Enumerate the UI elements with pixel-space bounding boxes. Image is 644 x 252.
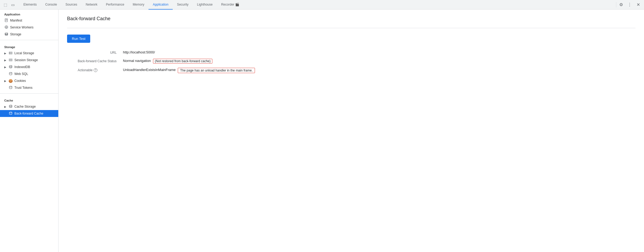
tab-network[interactable]: Network bbox=[81, 0, 102, 10]
cache-storage-chevron: ▶ bbox=[4, 105, 6, 108]
tab-elements[interactable]: Elements bbox=[19, 0, 41, 10]
tab-memory[interactable]: Memory bbox=[129, 0, 148, 10]
url-label: URL bbox=[78, 50, 117, 54]
bfc-status-text: Normal navigation bbox=[123, 59, 151, 63]
trust-tokens-label: Trust Tokens bbox=[14, 86, 32, 90]
cursor-icon[interactable]: ⬚ bbox=[2, 2, 9, 8]
tab-lighthouse[interactable]: Lighthouse bbox=[193, 0, 217, 10]
unload-handler-text: UnloadHandlerExistsInMainFrame bbox=[123, 68, 176, 72]
sidebar-item-service-workers[interactable]: Service Workers bbox=[0, 24, 58, 31]
indexeddb-label: IndexedDB bbox=[14, 65, 30, 69]
sidebar-item-manifest[interactable]: Manifest bbox=[0, 17, 58, 24]
local-storage-label: Local Storage bbox=[14, 51, 34, 55]
settings-icon[interactable]: ⚙ bbox=[617, 1, 625, 9]
cookies-chevron: ▶ bbox=[4, 79, 6, 82]
application-section-label: Application bbox=[0, 10, 58, 17]
svg-point-17 bbox=[9, 65, 12, 66]
svg-point-20 bbox=[9, 105, 12, 106]
tab-console[interactable]: Console bbox=[41, 0, 61, 10]
svg-rect-16 bbox=[9, 60, 12, 61]
close-icon[interactable]: ✕ bbox=[634, 1, 642, 9]
sidebar-item-web-sql[interactable]: Web SQL bbox=[0, 70, 58, 77]
tab-application[interactable]: Application bbox=[148, 0, 173, 10]
help-icon[interactable]: ? bbox=[94, 68, 97, 72]
content-area: Back-forward Cache Run Test URL http://l… bbox=[59, 10, 644, 252]
trust-tokens-icon bbox=[9, 86, 13, 90]
sidebar-item-cache-storage[interactable]: ▶ Cache Storage bbox=[0, 103, 58, 110]
sidebar-item-cookies[interactable]: ▶ 🍪 Cookies bbox=[0, 77, 58, 84]
device-icon[interactable]: ▭ bbox=[10, 2, 16, 8]
local-storage-chevron: ▶ bbox=[4, 52, 6, 55]
bfc-status-badge: (Not restored from back-forward cache) bbox=[153, 59, 212, 64]
web-sql-label: Web SQL bbox=[14, 72, 28, 76]
sidebar: Application Manifest bbox=[0, 10, 59, 252]
tab-performance[interactable]: Performance bbox=[102, 0, 129, 10]
svg-point-21 bbox=[9, 112, 12, 113]
unload-description-badge: The page has an unload handler in the ma… bbox=[178, 68, 255, 73]
tab-bar-right: ⚙ ⋮ ✕ bbox=[617, 1, 642, 9]
url-text: http://localhost:5000/ bbox=[123, 50, 155, 54]
sidebar-item-trust-tokens[interactable]: Trust Tokens bbox=[0, 84, 58, 91]
service-workers-label: Service Workers bbox=[10, 26, 34, 29]
more-icon[interactable]: ⋮ bbox=[626, 1, 633, 9]
local-storage-icon bbox=[9, 51, 13, 55]
tabs-container: Elements Console Sources Network Perform… bbox=[19, 0, 615, 10]
service-workers-icon bbox=[4, 25, 9, 30]
sidebar-item-back-forward-cache[interactable]: Back-forward Cache bbox=[0, 110, 58, 117]
run-test-button[interactable]: Run Test bbox=[67, 35, 90, 43]
cookies-label: Cookies bbox=[14, 79, 26, 83]
session-storage-chevron: ▶ bbox=[4, 59, 6, 62]
back-forward-cache-label: Back-forward Cache bbox=[14, 112, 43, 115]
info-grid: URL http://localhost:5000/ Back-forward … bbox=[78, 50, 635, 73]
content-divider bbox=[67, 28, 635, 28]
svg-rect-15 bbox=[9, 59, 12, 60]
devtools-icons: ⬚ ▭ bbox=[2, 2, 19, 8]
web-sql-icon bbox=[9, 72, 13, 76]
tab-security[interactable]: Security bbox=[173, 0, 193, 10]
tab-separator bbox=[616, 2, 616, 7]
storage-app-icon bbox=[4, 32, 9, 37]
tab-bar: ⬚ ▭ Elements Console Sources Network Per… bbox=[0, 0, 644, 10]
storage-app-label: Storage bbox=[10, 32, 21, 36]
main-layout: Application Manifest bbox=[0, 10, 644, 252]
manifest-label: Manifest bbox=[10, 19, 22, 22]
svg-point-18 bbox=[9, 72, 12, 73]
divider-2 bbox=[0, 93, 58, 94]
svg-point-5 bbox=[6, 27, 7, 28]
actionable-value: UnloadHandlerExistsInMainFrame The page … bbox=[123, 68, 635, 73]
manifest-icon bbox=[4, 18, 9, 23]
page-title: Back-forward Cache bbox=[67, 16, 635, 22]
cookies-icon: 🍪 bbox=[9, 79, 13, 83]
actionable-text: Actionable bbox=[78, 68, 93, 72]
storage-section-label: Storage bbox=[0, 42, 58, 50]
svg-point-10 bbox=[5, 33, 8, 34]
session-storage-label: Session Storage bbox=[14, 58, 38, 62]
cache-section-label: Cache bbox=[0, 96, 58, 103]
tab-sources[interactable]: Sources bbox=[61, 0, 81, 10]
session-storage-icon bbox=[9, 58, 13, 62]
actionable-label-cell: Actionable ? bbox=[78, 68, 117, 72]
actionable-label-wrapper: Actionable ? bbox=[78, 68, 117, 72]
indexeddb-chevron: ▶ bbox=[4, 66, 6, 69]
bfc-status-label: Back-forward Cache Status bbox=[78, 59, 117, 63]
indexeddb-icon bbox=[9, 65, 13, 69]
sidebar-item-session-storage[interactable]: ▶ Session Storage bbox=[0, 57, 58, 64]
cache-storage-icon bbox=[9, 104, 13, 109]
svg-point-19 bbox=[9, 86, 12, 87]
sidebar-item-indexeddb[interactable]: ▶ IndexedDB bbox=[0, 64, 58, 70]
tab-recorder[interactable]: Recorder 🎬 bbox=[217, 0, 243, 10]
divider-1 bbox=[0, 40, 58, 40]
sidebar-item-storage-app[interactable]: Storage bbox=[0, 31, 58, 38]
url-value: http://localhost:5000/ bbox=[123, 50, 635, 54]
sidebar-item-local-storage[interactable]: ▶ Local Storage bbox=[0, 50, 58, 57]
back-forward-cache-icon bbox=[9, 111, 13, 116]
bfc-status-value: Normal navigation (Not restored from bac… bbox=[123, 59, 635, 64]
cache-storage-label: Cache Storage bbox=[14, 105, 36, 108]
